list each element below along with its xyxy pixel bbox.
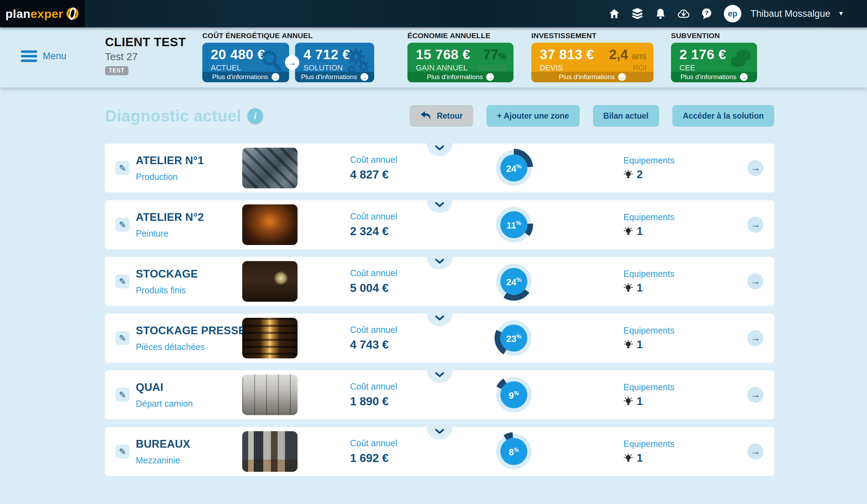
kpi-aside-value: 2,4 ans <box>609 47 646 62</box>
bulb-icon <box>623 397 633 406</box>
plus-informations-label: Plus d'informations <box>680 73 736 81</box>
info-icon[interactable]: i <box>247 108 263 124</box>
plus-informations-link[interactable]: Plus d'informations → <box>295 72 374 82</box>
zone-photo <box>242 374 298 415</box>
plus-informations-link[interactable]: Plus d'informations → <box>407 72 513 82</box>
zone-subtitle: Production <box>136 172 204 182</box>
arrow-right-icon: → <box>740 73 748 81</box>
zone-subtitle: Pièces détachées <box>136 342 246 352</box>
ajouter-zone-button[interactable]: + Ajouter une zone <box>487 105 580 127</box>
open-zone-button[interactable]: → <box>747 330 763 346</box>
collapse-chevron-button[interactable] <box>427 314 453 326</box>
open-zone-button[interactable]: → <box>747 387 763 403</box>
cost-value: 4 827 € <box>350 168 397 181</box>
topbar-actions: ? ep Thibaut Mossalgue ▼ <box>608 5 867 22</box>
pencil-icon: ✎ <box>119 276 126 287</box>
logo-orb-icon <box>65 7 79 21</box>
retour-label: Retour <box>437 111 463 121</box>
title-row: Diagnostic actuel i Retour + Ajouter une… <box>105 105 774 127</box>
edit-zone-button[interactable]: ✎ <box>116 161 130 175</box>
user-name[interactable]: Thibaut Mossalgue <box>750 8 830 19</box>
user-menu-caret-icon[interactable]: ▼ <box>838 10 844 17</box>
zone-name: STOCKAGE <box>136 268 198 280</box>
zone-subtitle: Produits finis <box>136 285 198 295</box>
cloud-download-icon[interactable] <box>678 8 690 20</box>
edit-zone-button[interactable]: ✎ <box>116 331 130 345</box>
equipment-count: 1 <box>637 225 643 238</box>
arrow-right-icon: → <box>750 219 760 230</box>
open-zone-button[interactable]: → <box>747 443 763 460</box>
cost-label: Coût annuel <box>350 211 397 222</box>
menu-label: Menu <box>43 51 67 62</box>
kpi-card-cee: 2 176 € CEE Plus d'informations → <box>671 43 757 82</box>
bulb-icon <box>623 226 633 236</box>
energy-share-donut: 8% <box>494 432 533 471</box>
equipment-label: Equipements <box>623 269 674 279</box>
zone-row-quai: ✎ QUAI Départ camion Coût annuel 1 890 €… <box>105 370 774 419</box>
cost-value: 2 324 € <box>350 225 397 238</box>
arrow-connector-icon: → <box>285 55 299 70</box>
kpi-group-label: ÉCONOMIE ANNUELLE <box>407 31 513 40</box>
plus-informations-label: Plus d'informations <box>301 73 357 81</box>
hamburger-icon <box>21 50 37 62</box>
chevron-down-icon <box>435 372 444 377</box>
planexper-logo[interactable]: planexper <box>0 0 85 27</box>
bulb-icon <box>623 453 633 463</box>
retour-button[interactable]: Retour <box>410 105 473 127</box>
layers-icon[interactable] <box>631 8 643 20</box>
user-avatar[interactable]: ep <box>724 5 741 22</box>
zone-photo <box>242 261 298 302</box>
open-zone-button[interactable]: → <box>747 160 763 176</box>
energy-share-donut: 23% <box>494 318 533 358</box>
zone-name: ATELIER N°2 <box>136 211 204 224</box>
chevron-down-icon <box>435 315 444 321</box>
collapse-chevron-button[interactable] <box>427 200 453 213</box>
edit-zone-button[interactable]: ✎ <box>116 388 130 402</box>
menu-button[interactable]: Menu <box>21 50 67 62</box>
plus-informations-label: Plus d'informations <box>559 73 615 81</box>
acceder-solution-button[interactable]: Accéder à la solution <box>672 105 774 127</box>
plus-informations-link[interactable]: Plus d'informations → <box>531 72 653 82</box>
kpi-group-cout-energetique: COÛT ÉNERGÉTIQUE ANNUEL 20 480 € ACTUEL … <box>202 31 374 82</box>
plus-informations-link[interactable]: Plus d'informations → <box>202 72 289 82</box>
help-icon[interactable]: ? <box>701 8 713 20</box>
arrow-right-icon: → <box>750 389 760 400</box>
arrow-right-icon: → <box>750 276 760 287</box>
pencil-icon: ✎ <box>119 333 126 343</box>
cost-value: 1 890 € <box>350 395 397 408</box>
pencil-icon: ✎ <box>119 220 126 230</box>
header-strip: Menu CLIENT TEST Test 27 TEST COÛT ÉNERG… <box>0 27 867 88</box>
open-zone-button[interactable]: → <box>747 273 763 289</box>
kpi-card-actuel: 20 480 € ACTUEL Plus d'informations → <box>202 43 289 82</box>
kpi-group-label: SUBVENTION <box>671 31 757 40</box>
edit-zone-button[interactable]: ✎ <box>116 444 130 458</box>
back-arrow-icon <box>420 111 432 121</box>
bulb-icon <box>623 340 633 350</box>
equipment-count: 1 <box>637 282 643 294</box>
arrow-right-icon: → <box>618 73 626 81</box>
bilan-actuel-button[interactable]: Bilan actuel <box>593 105 659 127</box>
open-zone-button[interactable]: → <box>747 217 763 233</box>
equipment-label: Equipements <box>623 382 674 392</box>
zone-photo <box>242 148 298 188</box>
bulb-icon <box>623 283 633 293</box>
chevron-down-icon <box>435 259 444 264</box>
edit-zone-button[interactable]: ✎ <box>116 274 130 288</box>
arrow-right-icon: → <box>272 73 279 81</box>
collapse-chevron-button[interactable] <box>427 370 453 383</box>
collapse-chevron-button[interactable] <box>427 257 453 270</box>
kpi-card-solution: 4 712 € SOLUTION <box>295 43 374 82</box>
avatar-monogram: ep <box>728 9 737 19</box>
main-content: Diagnostic actuel i Retour + Ajouter une… <box>0 88 867 476</box>
collapse-chevron-button[interactable] <box>427 427 453 440</box>
zone-name: BUREAUX <box>136 438 190 450</box>
energy-share-donut: 9% <box>494 375 533 414</box>
edit-zone-button[interactable]: ✎ <box>116 218 130 232</box>
chevron-down-icon <box>435 145 444 150</box>
collapse-chevron-button[interactable] <box>427 144 453 156</box>
notifications-bell-icon[interactable] <box>655 8 666 20</box>
plus-informations-link[interactable]: Plus d'informations → <box>671 72 757 82</box>
equipment-label: Equipements <box>623 155 674 166</box>
arrow-right-icon: → <box>486 73 494 81</box>
home-icon[interactable] <box>608 8 620 20</box>
